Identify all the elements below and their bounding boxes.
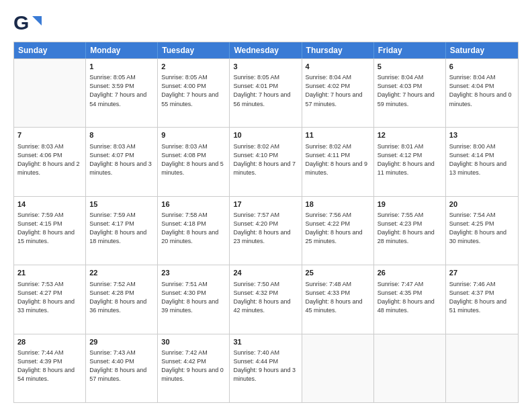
- calendar-cell: 29Sunrise: 7:43 AM Sunset: 4:40 PM Dayli…: [86, 334, 158, 402]
- day-number: 10: [233, 130, 298, 140]
- day-number: 22: [89, 268, 154, 278]
- sun-info: Sunrise: 8:03 AM Sunset: 4:08 PM Dayligh…: [161, 142, 226, 177]
- day-number: 15: [89, 199, 154, 210]
- day-number: 2: [161, 62, 226, 72]
- calendar-row-0: 1Sunrise: 8:05 AM Sunset: 3:59 PM Daylig…: [14, 58, 518, 127]
- day-number: 12: [378, 130, 442, 140]
- calendar-cell: [14, 59, 86, 127]
- calendar-cell: 7Sunrise: 8:03 AM Sunset: 4:06 PM Daylig…: [14, 128, 86, 195]
- day-number: 14: [17, 199, 82, 210]
- calendar-cell: 4Sunrise: 8:04 AM Sunset: 4:02 PM Daylig…: [302, 59, 374, 127]
- sun-info: Sunrise: 8:04 AM Sunset: 4:02 PM Dayligh…: [306, 73, 370, 108]
- sun-info: Sunrise: 7:55 AM Sunset: 4:23 PM Dayligh…: [378, 211, 442, 246]
- calendar-cell: 3Sunrise: 8:05 AM Sunset: 4:01 PM Daylig…: [230, 59, 302, 127]
- sun-info: Sunrise: 7:40 AM Sunset: 4:44 PM Dayligh…: [233, 349, 298, 383]
- calendar-row-1: 7Sunrise: 8:03 AM Sunset: 4:06 PM Daylig…: [14, 127, 518, 195]
- sun-info: Sunrise: 7:48 AM Sunset: 4:33 PM Dayligh…: [306, 280, 370, 315]
- calendar-cell: 22Sunrise: 7:52 AM Sunset: 4:28 PM Dayli…: [86, 265, 158, 333]
- day-number: 27: [449, 268, 515, 278]
- day-number: 17: [233, 199, 298, 210]
- sun-info: Sunrise: 8:04 AM Sunset: 4:04 PM Dayligh…: [449, 73, 515, 108]
- day-number: 1: [89, 62, 154, 72]
- page: G SundayMondayTuesdayWednesdayThursdayFr…: [0, 0, 532, 411]
- calendar-cell: 15Sunrise: 7:59 AM Sunset: 4:17 PM Dayli…: [86, 197, 158, 265]
- calendar-cell: 17Sunrise: 7:57 AM Sunset: 4:20 PM Dayli…: [230, 197, 302, 265]
- sun-info: Sunrise: 7:43 AM Sunset: 4:40 PM Dayligh…: [89, 349, 154, 383]
- svg-marker-1: [32, 16, 42, 26]
- day-number: 11: [306, 130, 370, 140]
- calendar-cell: 6Sunrise: 8:04 AM Sunset: 4:04 PM Daylig…: [446, 59, 518, 127]
- header-day-monday: Monday: [86, 42, 158, 58]
- day-number: 18: [306, 199, 370, 210]
- day-number: 20: [449, 199, 515, 210]
- header-day-sunday: Sunday: [14, 42, 86, 58]
- sun-info: Sunrise: 8:05 AM Sunset: 4:01 PM Dayligh…: [233, 73, 298, 108]
- calendar-cell: 23Sunrise: 7:51 AM Sunset: 4:30 PM Dayli…: [158, 265, 230, 333]
- calendar-cell: 19Sunrise: 7:55 AM Sunset: 4:23 PM Dayli…: [374, 197, 446, 265]
- day-number: 31: [233, 337, 298, 347]
- calendar-cell: 21Sunrise: 7:53 AM Sunset: 4:27 PM Dayli…: [14, 265, 86, 333]
- day-number: 9: [161, 130, 226, 140]
- calendar-body: 1Sunrise: 8:05 AM Sunset: 3:59 PM Daylig…: [14, 58, 518, 402]
- day-number: 8: [89, 130, 154, 140]
- header-day-thursday: Thursday: [302, 42, 374, 58]
- header-day-wednesday: Wednesday: [230, 42, 302, 58]
- sun-info: Sunrise: 7:52 AM Sunset: 4:28 PM Dayligh…: [89, 280, 154, 315]
- day-number: 29: [89, 337, 154, 347]
- day-number: 5: [378, 62, 442, 72]
- sun-info: Sunrise: 7:50 AM Sunset: 4:32 PM Dayligh…: [233, 280, 298, 315]
- day-number: 19: [378, 199, 442, 210]
- calendar-cell: 28Sunrise: 7:44 AM Sunset: 4:39 PM Dayli…: [14, 334, 86, 402]
- calendar-cell: 11Sunrise: 8:02 AM Sunset: 4:11 PM Dayli…: [302, 128, 374, 195]
- header-day-saturday: Saturday: [446, 42, 518, 58]
- day-number: 4: [306, 62, 370, 72]
- sun-info: Sunrise: 8:00 AM Sunset: 4:14 PM Dayligh…: [449, 142, 515, 177]
- calendar-cell: [374, 334, 446, 402]
- calendar-cell: 18Sunrise: 7:56 AM Sunset: 4:22 PM Dayli…: [302, 197, 374, 265]
- day-number: 28: [17, 337, 82, 347]
- sun-info: Sunrise: 8:02 AM Sunset: 4:11 PM Dayligh…: [306, 142, 370, 177]
- sun-info: Sunrise: 7:56 AM Sunset: 4:22 PM Dayligh…: [306, 211, 370, 246]
- sun-info: Sunrise: 8:05 AM Sunset: 4:00 PM Dayligh…: [161, 73, 226, 108]
- calendar-cell: 10Sunrise: 8:02 AM Sunset: 4:10 PM Dayli…: [230, 128, 302, 195]
- day-number: 7: [17, 130, 82, 140]
- calendar-cell: 13Sunrise: 8:00 AM Sunset: 4:14 PM Dayli…: [446, 128, 518, 195]
- day-number: 13: [449, 130, 515, 140]
- day-number: 16: [161, 199, 226, 210]
- day-number: 30: [161, 337, 226, 347]
- sun-info: Sunrise: 8:02 AM Sunset: 4:10 PM Dayligh…: [233, 142, 298, 177]
- calendar: SundayMondayTuesdayWednesdayThursdayFrid…: [13, 42, 519, 403]
- calendar-cell: 9Sunrise: 8:03 AM Sunset: 4:08 PM Daylig…: [158, 128, 230, 195]
- sun-info: Sunrise: 7:51 AM Sunset: 4:30 PM Dayligh…: [161, 280, 226, 315]
- calendar-cell: 16Sunrise: 7:58 AM Sunset: 4:18 PM Dayli…: [158, 197, 230, 265]
- svg-text:G: G: [13, 11, 29, 34]
- sun-info: Sunrise: 7:47 AM Sunset: 4:35 PM Dayligh…: [378, 280, 442, 315]
- calendar-cell: 8Sunrise: 8:03 AM Sunset: 4:07 PM Daylig…: [86, 128, 158, 195]
- sun-info: Sunrise: 7:42 AM Sunset: 4:42 PM Dayligh…: [161, 349, 226, 383]
- calendar-cell: [446, 334, 518, 402]
- sun-info: Sunrise: 8:03 AM Sunset: 4:06 PM Dayligh…: [17, 142, 82, 177]
- header-day-friday: Friday: [374, 42, 446, 58]
- sun-info: Sunrise: 8:04 AM Sunset: 4:03 PM Dayligh…: [378, 73, 442, 108]
- sun-info: Sunrise: 8:05 AM Sunset: 3:59 PM Dayligh…: [89, 73, 154, 108]
- calendar-cell: 2Sunrise: 8:05 AM Sunset: 4:00 PM Daylig…: [158, 59, 230, 127]
- day-number: 21: [17, 268, 82, 278]
- sun-info: Sunrise: 7:46 AM Sunset: 4:37 PM Dayligh…: [449, 280, 515, 315]
- calendar-row-4: 28Sunrise: 7:44 AM Sunset: 4:39 PM Dayli…: [14, 334, 518, 402]
- calendar-cell: 20Sunrise: 7:54 AM Sunset: 4:25 PM Dayli…: [446, 197, 518, 265]
- calendar-cell: 27Sunrise: 7:46 AM Sunset: 4:37 PM Dayli…: [446, 265, 518, 333]
- calendar-header: SundayMondayTuesdayWednesdayThursdayFrid…: [14, 42, 518, 58]
- calendar-cell: 26Sunrise: 7:47 AM Sunset: 4:35 PM Dayli…: [374, 265, 446, 333]
- logo: G: [13, 11, 43, 36]
- sun-info: Sunrise: 7:59 AM Sunset: 4:15 PM Dayligh…: [17, 211, 82, 246]
- sun-info: Sunrise: 7:58 AM Sunset: 4:18 PM Dayligh…: [161, 211, 226, 246]
- day-number: 3: [233, 62, 298, 72]
- sun-info: Sunrise: 7:53 AM Sunset: 4:27 PM Dayligh…: [17, 280, 82, 315]
- header-day-tuesday: Tuesday: [158, 42, 230, 58]
- day-number: 26: [378, 268, 442, 278]
- day-number: 6: [449, 62, 515, 72]
- sun-info: Sunrise: 7:57 AM Sunset: 4:20 PM Dayligh…: [233, 211, 298, 246]
- sun-info: Sunrise: 7:44 AM Sunset: 4:39 PM Dayligh…: [17, 349, 82, 383]
- day-number: 25: [306, 268, 370, 278]
- day-number: 23: [161, 268, 226, 278]
